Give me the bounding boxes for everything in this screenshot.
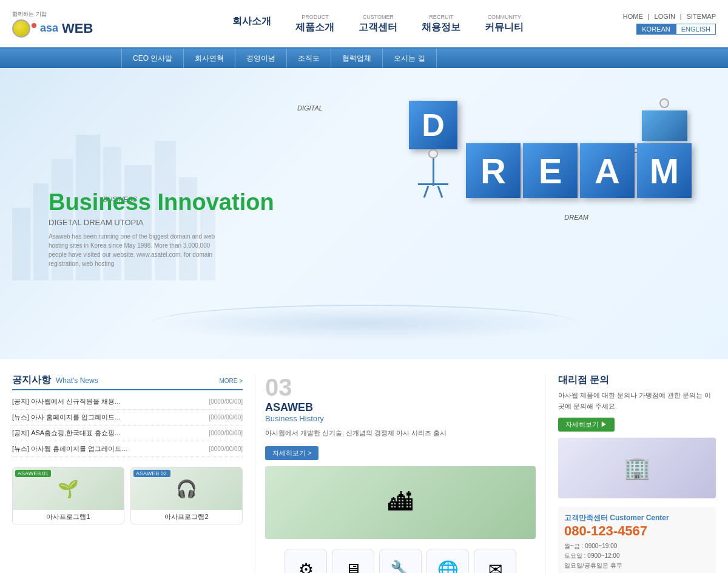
program-badge-1: ASAWEB 01 <box>15 470 51 477</box>
sep2: | <box>680 13 682 20</box>
english-button[interactable]: ENGLISH <box>676 24 716 35</box>
korean-button[interactable]: KOREAN <box>636 24 675 35</box>
cube-r: R <box>466 143 521 198</box>
contact-description: 아사웹 제품에 대한 문의나 가맹점에 관한 문의는 이곳에 문의해 주세요. <box>558 390 716 412</box>
news-item-3: [공지] ASA홈쇼핑,한국대표 홈쇼핑... [0000/00/00] <box>12 426 243 441</box>
home-link[interactable]: HOME <box>623 13 643 20</box>
logo-circle-icon <box>12 19 30 38</box>
hero-title: Business Innovation <box>49 189 274 215</box>
icon-box-mail[interactable]: ✉ <box>474 549 516 573</box>
sitemap-link[interactable]: SITEMAP <box>687 13 716 20</box>
top-links: HOME | LOGIN | SITEMAP <box>623 13 716 20</box>
icon-box-settings[interactable]: ⚙ <box>285 549 327 573</box>
biz-subtitle: Business History <box>265 414 536 423</box>
news-item-text-4[interactable]: [뉴스] 아사웹 홈페이지를 업그레이드... <box>12 444 209 453</box>
program-item-1[interactable]: ASAWEB 01 🌱 아사프로그램1 <box>12 467 124 524</box>
news-date-3: [0000/00/00] <box>209 430 243 436</box>
hero-stage <box>152 305 576 341</box>
business-section: 03 ASAWEB Business History 아사웹에서 개발한 신기술… <box>255 374 546 573</box>
news-item-text-2[interactable]: [뉴스] 아사 홈페이지를 업그레이드... <box>12 413 209 422</box>
hero-text: Business Innovation DIGETAL DREAM UTOPIA… <box>49 189 274 268</box>
program-label-1: 아사프로그램1 <box>13 510 124 524</box>
nav-label-product: 제품소개 <box>295 22 334 32</box>
nav-item-community[interactable]: COMMUNITY 커뮤니티 <box>485 14 524 34</box>
news-item-text-1[interactable]: [공지] 아사웹에서 신규직원을 채용... <box>12 397 209 406</box>
nav-category-product: PRODUCT <box>295 14 334 20</box>
news-item-text-3[interactable]: [공지] ASA홈쇼핑,한국대표 홈쇼핑... <box>12 429 209 438</box>
program-item-2[interactable]: ASAWEB 02. 🎧 아사프로그램2 <box>130 467 243 524</box>
nav-category-recruit: RECRUIT <box>422 14 460 20</box>
sub-nav-org[interactable]: 조직도 <box>287 49 331 68</box>
nav-label-customer: 고객센터 <box>359 22 397 32</box>
cube-e: E <box>523 143 578 198</box>
icon-box-gear[interactable]: 🔧 <box>379 549 422 573</box>
sub-nav-location[interactable]: 오시는 길 <box>383 49 436 68</box>
logo-dot-icon <box>32 23 36 28</box>
svg-rect-0 <box>12 208 30 280</box>
content-area: 공지사항 What's News MORE > [공지] 아사웹에서 신규직원을… <box>0 359 728 573</box>
logo-asa-text: asa <box>40 22 58 35</box>
hero-label-digital: DIGITAL <box>297 104 323 112</box>
biz-number: 03 <box>265 374 536 401</box>
cc-phone: 080-123-4567 <box>564 523 710 539</box>
nav-label-community: 커뮤니티 <box>485 22 524 32</box>
biz-more-button[interactable]: 자세히보기 > <box>265 446 318 460</box>
contact-image: 🏢 <box>558 438 716 498</box>
news-date-2: [0000/00/00] <box>209 414 243 421</box>
cc-title: 고객만족센터 Customer Center <box>564 513 710 523</box>
news-more-link[interactable]: MORE > <box>219 378 243 384</box>
cc-hours: 월~금 : 0900~19:00토요일 : 0900~12:00일요일/공휴일은… <box>564 541 710 571</box>
contact-title: 대리점 문의 <box>558 374 716 387</box>
nav-category-community: COMMUNITY <box>485 14 524 20</box>
contact-more-button[interactable]: 자세히보기 ▶ <box>558 418 615 432</box>
nav-item-recruit[interactable]: RECRUIT 채용정보 <box>422 14 460 34</box>
sub-nav-values[interactable]: 경영이념 <box>235 49 287 68</box>
hero-subtitle: DIGETAL DREAM UTOPIA <box>49 218 274 227</box>
hero-section: DIGITAL BUSINESS UTOPIA DREAM Business I… <box>0 68 728 359</box>
news-section: 공지사항 What's News MORE > [공지] 아사웹에서 신규직원을… <box>12 374 243 573</box>
news-item-2: [뉴스] 아사 홈페이지를 업그레이드... [0000/00/00] <box>12 410 243 426</box>
biz-title: ASAWEB <box>265 401 536 414</box>
icon-bar: ⚙ 🖥 🔧 🌐 ✉ <box>265 549 536 573</box>
hero-label-dream: DREAM <box>564 214 588 221</box>
news-item-4: [뉴스] 아사웹 홈페이지를 업그레이드... [0000/00/00] <box>12 441 243 457</box>
cube-m: M <box>637 143 692 198</box>
nav-item-product[interactable]: PRODUCT 제품소개 <box>295 14 334 34</box>
figure-body <box>427 149 439 198</box>
nav-item-customer[interactable]: CUSTOMER 고객센터 <box>359 14 397 34</box>
news-date-1: [0000/00/00] <box>209 398 243 405</box>
hero-3d-visual: D R E A M <box>409 98 692 198</box>
sub-nav: CEO 인사말 회사연혁 경영이념 조직도 협력업체 오시는 길 <box>0 49 728 68</box>
hero-title-part2: Innovation <box>158 189 274 215</box>
icon-box-monitor[interactable]: 🖥 <box>332 549 374 573</box>
svg-rect-1 <box>33 183 49 280</box>
sub-nav-partners[interactable]: 협력업체 <box>331 49 383 68</box>
login-link[interactable]: LOGIN <box>655 13 675 20</box>
news-title-english: What's News <box>56 376 98 385</box>
news-date-4: [0000/00/00] <box>209 446 243 452</box>
nav-label-company: 회사소개 <box>232 16 271 26</box>
news-header: 공지사항 What's News MORE > <box>12 374 243 390</box>
cc-label-kr: 고객만족센터 <box>564 514 608 522</box>
top-right-nav: HOME | LOGIN | SITEMAP KOREAN ENGLISH <box>623 13 716 35</box>
cube-d: D <box>409 101 457 149</box>
sub-nav-history[interactable]: 회사연혁 <box>184 49 235 68</box>
biz-description: 아사웹에서 개발한 신기술, 신개념의 경쟁제 아사 시리즈 출시 <box>265 428 536 439</box>
customer-center: 고객만족센터 Customer Center 080-123-4567 월~금 … <box>558 507 716 573</box>
lang-switch: KOREAN ENGLISH <box>636 24 716 35</box>
main-nav: 회사소개 PRODUCT 제품소개 CUSTOMER 고객센터 RECRUIT … <box>133 14 623 34</box>
header: 함께하는 기업 asaWEB 회사소개 PRODUCT 제품소개 CUSTOME… <box>0 0 728 49</box>
program-label-2: 아사프로그램2 <box>131 510 242 524</box>
logo-tagline: 함께하는 기업 <box>12 10 47 18</box>
program-badge-2: ASAWEB 02. <box>133 470 170 477</box>
hero-description: Asaweb has been running one of the bigge… <box>49 232 218 268</box>
nav-item-company[interactable]: 회사소개 <box>232 14 271 34</box>
sub-nav-ceo[interactable]: CEO 인사말 <box>121 49 184 68</box>
logo-area: 함께하는 기업 asaWEB <box>12 10 133 38</box>
nav-label-recruit: 채용정보 <box>422 22 460 32</box>
cc-label-en: Customer Center <box>610 514 669 522</box>
icon-box-globe[interactable]: 🌐 <box>426 549 469 573</box>
cube-a: A <box>580 143 635 198</box>
contact-section: 대리점 문의 아사웹 제품에 대한 문의나 가맹점에 관한 문의는 이곳에 문의… <box>558 374 716 573</box>
logo-web-text: WEB <box>62 21 93 36</box>
